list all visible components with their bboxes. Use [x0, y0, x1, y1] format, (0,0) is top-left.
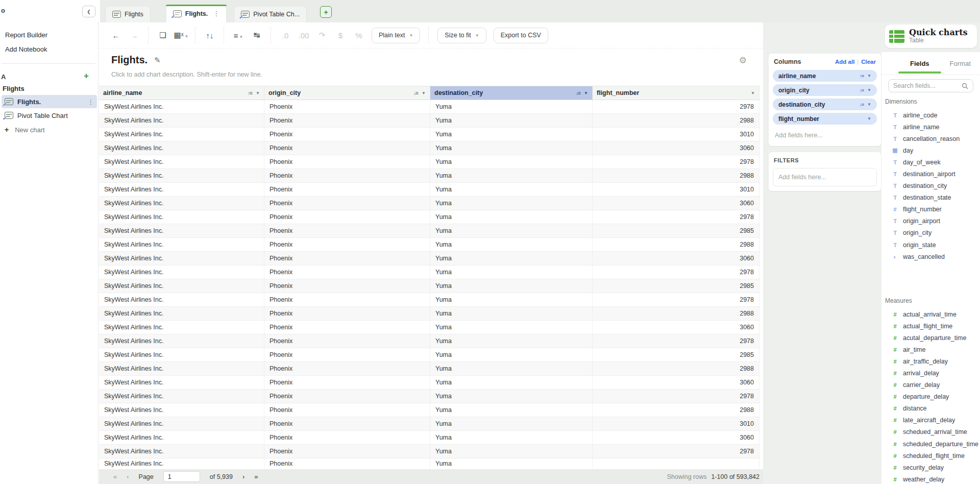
tab-fields[interactable]: Fields [910, 60, 929, 67]
measure-item-actual_arrival_time[interactable]: #actual_arrival_time [881, 308, 980, 320]
showing-rows-value: 1-100 of 593,842 [711, 473, 760, 480]
column-header-airline_name[interactable]: airline_name↑≡▼ [99, 86, 264, 100]
edit-title-icon[interactable]: ✎ [154, 56, 161, 65]
measure-item-scheduled_departure_time[interactable]: #scheduled_departure_time [881, 438, 980, 450]
dimension-item-origin_state[interactable]: Torigin_state [881, 239, 980, 251]
cell-flight-number: 3060 [593, 431, 760, 444]
chevron-down-icon[interactable]: ▼ [867, 116, 871, 121]
columns-title: Columns [774, 58, 835, 65]
measure-item-carrier_delay[interactable]: #carrier_delay [881, 379, 980, 391]
chevron-down-icon[interactable]: ▼ [867, 88, 871, 92]
cell-destination-city: Yuma [430, 445, 593, 458]
measure-item-security_delay[interactable]: #security_delay [881, 462, 980, 473]
chart-title[interactable]: Flights. [111, 54, 148, 66]
column-header-destination_city[interactable]: destination_city↓≡▼ [430, 86, 593, 100]
column-pill-airline_name[interactable]: airline_name↑≡▼ [773, 70, 877, 82]
export-to-csv-button[interactable]: Export to CSV [494, 28, 548, 43]
cell-destination-city: Yuma [430, 334, 593, 348]
dimension-item-flight_number[interactable]: #flight_number [881, 204, 980, 215]
new-tab-button[interactable]: + [320, 6, 332, 18]
tab-pivot-table-chart[interactable]: ✓ Pivot Table Ch... [234, 6, 307, 22]
dimension-item-was_cancelled[interactable]: ◐was_cancelled [881, 251, 980, 262]
remove-chart-icon[interactable]: ▦ˣ▼ [172, 31, 190, 40]
sidebar-item-report-builder[interactable]: Report Builder [5, 31, 47, 39]
chart-description-placeholder[interactable]: Click to add chart description. Shift-en… [111, 71, 262, 78]
collapse-sidebar-button[interactable]: ❮ [82, 6, 95, 17]
tab-format[interactable]: Format [950, 60, 971, 67]
tab-menu-icon[interactable]: ⋮ [213, 10, 219, 17]
tab-flights-dot[interactable]: ✓ Flights. ⋮ [166, 4, 227, 22]
size-to-fit-button[interactable]: Size to fit▼ [437, 28, 486, 43]
plain-text-button[interactable]: Plain text▼ [372, 28, 420, 43]
measure-item-air_time[interactable]: #air_time [881, 344, 980, 355]
chevron-down-icon[interactable]: ▼ [867, 102, 871, 107]
cell-destination-city: Yuma [430, 238, 593, 251]
sidebar-item-label: Flights. [17, 98, 41, 106]
cell-destination-city: Yuma [430, 279, 593, 293]
new-chart-button[interactable]: + New chart [2, 124, 103, 136]
tab-label: Flights. [185, 10, 208, 17]
measure-label: late_aircraft_delay [903, 417, 955, 424]
first-page-button[interactable]: « [113, 473, 117, 480]
dimension-item-airline_name[interactable]: Tairline_name [881, 121, 980, 133]
filters-add-fields-placeholder[interactable]: Add fields here... [773, 168, 877, 186]
chevron-down-icon[interactable]: ▼ [867, 74, 871, 78]
measure-item-actual_flight_time[interactable]: #actual_flight_time [881, 320, 980, 332]
column-pill-origin_city[interactable]: origin_city↓≡▼ [773, 84, 877, 96]
search-fields-input[interactable]: Search fields... [888, 79, 973, 92]
page-number-input[interactable] [163, 471, 200, 482]
measure-item-departure_delay[interactable]: #departure_delay [881, 391, 980, 403]
measure-label: scheduled_departure_time [903, 441, 978, 448]
sidebar-item-pivot-table-chart[interactable]: ✓ Pivot Table Chart [2, 109, 97, 122]
measure-item-air_traffic_delay[interactable]: #air_traffic_delay [881, 355, 980, 367]
clear-link[interactable]: Clear [861, 59, 876, 65]
measure-item-weather_delay[interactable]: #weather_delay [881, 473, 980, 484]
dimension-item-airline_code[interactable]: Tairline_code [881, 109, 980, 121]
cell-airline-name: SkyWest Airlines Inc. [99, 169, 264, 182]
dimension-item-destination_airport[interactable]: Tdestination_airport [881, 168, 980, 180]
measure-item-scheduled_flight_time[interactable]: #scheduled_flight_time [881, 450, 980, 462]
sort-rows-icon[interactable]: ↑↓ [201, 31, 219, 40]
dimension-item-destination_city[interactable]: Tdestination_city [881, 180, 980, 192]
back-icon[interactable]: ← [107, 31, 125, 40]
item-menu-icon[interactable]: ⋮ [87, 98, 94, 106]
dimension-item-origin_city[interactable]: Torigin_city [881, 227, 980, 239]
add-chart-button[interactable]: + [84, 71, 89, 81]
measure-item-acutal_departure_time[interactable]: #acutal_departure_time [881, 332, 980, 344]
measure-item-late_aircraft_delay[interactable]: #late_aircraft_delay [881, 415, 980, 426]
column-header-flight_number[interactable]: flight_number▼ [593, 86, 760, 100]
next-page-button[interactable]: › [242, 473, 244, 480]
measure-item-distance[interactable]: #distance [881, 403, 980, 415]
column-header-origin_city[interactable]: origin_city↓≡▼ [264, 86, 430, 100]
cell-destination-city: Yuma [430, 183, 593, 196]
cell-flight-number: 2988 [593, 114, 760, 127]
last-page-button[interactable]: » [254, 473, 258, 480]
dimension-item-destination_state[interactable]: Tdestination_state [881, 192, 980, 204]
add-all-link[interactable]: Add all [835, 59, 854, 65]
column-pill-flight_number[interactable]: flight_number▼ [773, 113, 877, 125]
column-pill-destination_city[interactable]: destination_city↓≡▼ [773, 99, 877, 110]
chevron-down-icon[interactable]: ▼ [256, 91, 260, 95]
dimension-item-cancellation_reason[interactable]: Tcancellation_reason [881, 133, 980, 144]
columns-add-fields-placeholder[interactable]: Add fields here... [773, 127, 877, 139]
chevron-down-icon[interactable]: ▼ [584, 91, 588, 95]
quick-charts-card[interactable]: Quick charts Table [885, 25, 977, 48]
number-type-icon: # [892, 347, 898, 353]
chevron-down-icon[interactable]: ▼ [422, 91, 426, 95]
cell-origin-city: Phoenix [264, 238, 430, 251]
chevron-down-icon[interactable]: ▼ [751, 91, 755, 95]
align-icon[interactable]: ≡▼ [229, 31, 248, 40]
tab-flights[interactable]: Flights [105, 6, 151, 22]
dimension-item-day_of_week[interactable]: Tday_of_week [881, 156, 980, 168]
dimension-item-day[interactable]: ▦day [881, 144, 980, 156]
dimension-item-origin_airport[interactable]: Torigin_airport [881, 215, 980, 227]
measure-item-arrival_delay[interactable]: #arrival_delay [881, 367, 980, 379]
sidebar-item-add-notebook[interactable]: Add Notebook [5, 45, 47, 53]
sidebar-tree-root[interactable]: Flights [3, 85, 24, 92]
settings-gear-icon[interactable]: ⚙ [739, 55, 747, 66]
prev-page-button[interactable]: ‹ [127, 473, 129, 480]
duplicate-icon[interactable]: ❏ [154, 31, 172, 40]
text-wrap-icon[interactable]: ↹ [248, 31, 266, 40]
measure-item-schedued_arrival_time[interactable]: #schedued_arrival_time [881, 426, 980, 438]
sidebar-item-flights-chart[interactable]: ✓ Flights. ⋮ [2, 95, 97, 108]
